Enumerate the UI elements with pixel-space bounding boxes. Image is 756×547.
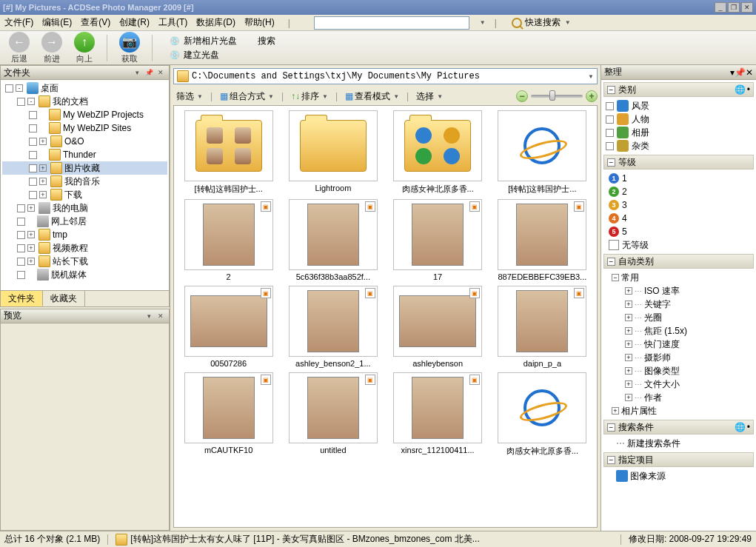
tree-node[interactable]: -桌面 <box>2 81 167 95</box>
menu-database[interactable]: 数据库(D) <box>196 16 235 29</box>
thumbnail-item[interactable]: ▣ashleybenson <box>388 286 488 368</box>
thumbnail-item[interactable]: ▣17 <box>388 199 488 281</box>
tree-node[interactable]: 脱机媒体 <box>2 268 167 281</box>
restore-button[interactable]: ❐ <box>728 2 740 13</box>
collapse-icon[interactable]: − <box>612 274 619 281</box>
tree-checkbox[interactable] <box>5 84 13 93</box>
rating-item[interactable]: 11 <box>601 172 756 185</box>
minimize-button[interactable]: _ <box>715 2 726 13</box>
thumbnail-item[interactable]: ▣ashley_benson2_1... <box>283 286 383 368</box>
gear-icon[interactable]: • <box>747 84 750 95</box>
pane-dropdown-icon[interactable]: ▾ <box>132 67 142 78</box>
thumbnail-item[interactable]: ▣887EDEBBEFC39EB3... <box>492 199 592 281</box>
tree-node[interactable]: +视频教程 <box>2 241 167 255</box>
tree-checkbox[interactable] <box>17 204 25 212</box>
get-button[interactable]: 📷 获取 <box>115 32 144 64</box>
expand-icon[interactable]: - <box>16 84 23 92</box>
tree-node[interactable]: +O&O <box>2 135 167 148</box>
menu-help[interactable]: 帮助(H) <box>244 16 275 29</box>
pane-close-icon[interactable]: ✕ <box>155 311 166 321</box>
section-header[interactable]: −类别🌐• <box>603 82 754 97</box>
auto-category-item[interactable]: +⋯摄影师 <box>601 351 756 364</box>
auto-category-item[interactable]: +⋯图像类型 <box>601 364 756 377</box>
category-checkbox[interactable] <box>606 115 614 124</box>
pane-pin-icon[interactable]: 📌 <box>735 67 746 78</box>
tree-checkbox[interactable] <box>17 231 25 239</box>
thumbnail-item[interactable]: ▣mCAUTKF10 <box>178 372 278 457</box>
expand-icon[interactable]: + <box>625 394 632 401</box>
tree-checkbox[interactable] <box>29 111 37 119</box>
thumbnail-item[interactable]: [转帖]这韩国护士... <box>492 110 592 195</box>
thumbnail-item[interactable]: [转帖]这韩国护士... <box>178 110 278 195</box>
expand-icon[interactable]: - <box>27 98 35 105</box>
section-header[interactable]: −自动类别 <box>603 254 754 269</box>
expand-icon[interactable]: + <box>625 380 632 388</box>
tree-node[interactable]: My WebZIP Sites <box>2 121 167 135</box>
address-dropdown-icon[interactable]: ▼ <box>588 73 594 80</box>
expand-icon[interactable]: + <box>27 204 35 212</box>
tree-checkbox[interactable] <box>17 271 25 279</box>
thumbnail-item[interactable]: ▣xinsrc_112100411... <box>388 372 488 457</box>
quick-search-dropdown-icon[interactable]: ▼ <box>565 19 571 26</box>
rating-item[interactable]: 无等级 <box>601 238 756 252</box>
menu-view[interactable]: 查看(V) <box>81 16 110 29</box>
menu-tools[interactable]: 工具(T) <box>158 16 187 29</box>
rating-item[interactable]: 44 <box>601 212 756 225</box>
sort-button[interactable]: ↑↓排序▼ <box>288 90 331 104</box>
search-dropdown-icon[interactable]: ▼ <box>480 19 486 26</box>
thumbnail-grid[interactable]: [转帖]这韩国护士...Lightroom肉感女神北原多香...[转帖]这韩国护… <box>173 105 598 528</box>
expand-icon[interactable]: + <box>625 301 632 308</box>
auto-category-item[interactable]: +⋯ISO 速率 <box>601 284 756 298</box>
collapse-icon[interactable]: − <box>607 158 615 167</box>
category-item[interactable]: 相册 <box>601 126 756 139</box>
collapse-icon[interactable]: − <box>607 86 615 94</box>
filter-button[interactable]: 筛选▼ <box>173 90 206 104</box>
tree-checkbox[interactable] <box>29 151 37 159</box>
menu-file[interactable]: 文件(F) <box>4 16 33 29</box>
collapse-icon[interactable]: − <box>607 258 615 266</box>
thumbnail-item[interactable]: Lightroom <box>283 110 383 195</box>
menu-search-input[interactable] <box>314 16 469 30</box>
expand-icon[interactable]: + <box>625 327 632 335</box>
expand-icon[interactable]: + <box>39 164 47 172</box>
tree-checkbox[interactable] <box>29 191 37 199</box>
category-checkbox[interactable] <box>606 129 614 137</box>
tab-favorites[interactable]: 收藏夹 <box>43 291 85 306</box>
menu-create[interactable]: 创建(R) <box>119 16 150 29</box>
thumbnail-item[interactable]: ▣daipn_p_a <box>492 286 592 368</box>
pane-pin-icon[interactable]: 📌 <box>144 67 154 78</box>
pane-close-icon[interactable]: ✕ <box>746 67 753 78</box>
rating-item[interactable]: 33 <box>601 198 756 212</box>
expand-icon[interactable]: + <box>39 178 47 185</box>
thumbnail-item[interactable]: 肉感女神北原多香... <box>388 110 488 195</box>
tree-checkbox[interactable] <box>17 258 25 266</box>
expand-icon[interactable]: + <box>27 244 35 252</box>
collapse-icon[interactable]: − <box>607 423 615 432</box>
expand-icon[interactable]: + <box>27 231 35 238</box>
auto-category-item[interactable]: +⋯关键字 <box>601 298 756 311</box>
zoom-in-button[interactable]: + <box>586 90 598 102</box>
auto-category-item[interactable]: +⋯光圈 <box>601 311 756 324</box>
tree-node[interactable]: +我的音乐 <box>2 175 167 188</box>
zoom-out-button[interactable]: − <box>516 90 528 102</box>
search-button[interactable]: 搜索 <box>255 35 275 47</box>
tree-node[interactable]: 网上邻居 <box>2 215 167 228</box>
globe-icon[interactable]: 🌐 <box>735 84 746 95</box>
address-bar[interactable]: C:\Documents and Settings\txj\My Documen… <box>173 68 598 84</box>
thumbnail-item[interactable]: 肉感女神北原多香... <box>492 372 592 457</box>
category-checkbox[interactable] <box>606 142 614 150</box>
section-header[interactable]: −搜索条件🌐• <box>603 420 754 434</box>
tree-node[interactable]: +图片收藏 <box>2 161 167 175</box>
expand-icon[interactable]: + <box>39 191 47 198</box>
tree-checkbox[interactable] <box>17 218 25 226</box>
expand-icon[interactable]: + <box>625 367 632 375</box>
tree-node[interactable]: Thunder <box>2 148 167 161</box>
category-item[interactable]: 人物 <box>601 113 756 126</box>
tree-node[interactable]: +下载 <box>2 188 167 201</box>
gear-icon[interactable]: • <box>747 422 750 432</box>
zoom-slider[interactable] <box>531 95 583 98</box>
tree-checkbox[interactable] <box>17 244 25 252</box>
category-item[interactable]: 风景 <box>601 99 756 113</box>
back-button[interactable]: ← 后退 <box>4 32 34 64</box>
tree-node[interactable]: +站长下载 <box>2 255 167 268</box>
